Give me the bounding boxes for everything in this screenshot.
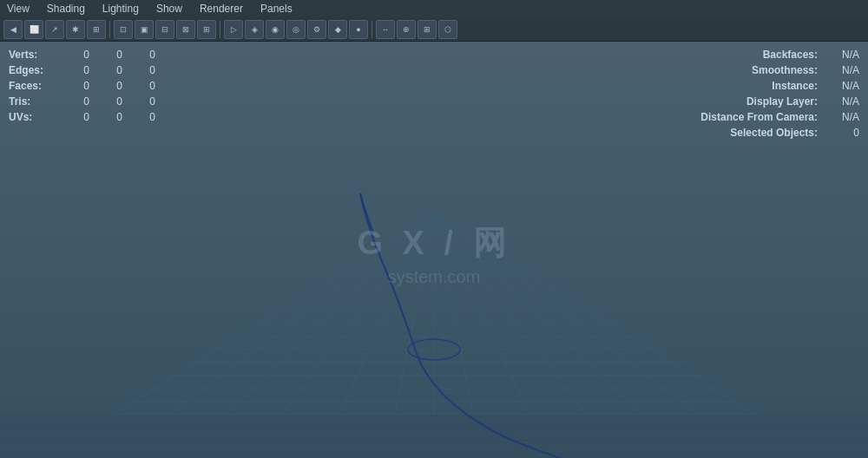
toolbar-rot-btn[interactable]: ✱ <box>66 20 85 39</box>
stat-label-display-layer: Display Layer: <box>746 95 818 108</box>
menu-lighting[interactable]: Lighting <box>99 3 142 15</box>
toolbar-b13[interactable]: ⬡ <box>438 20 457 39</box>
stat-row-verts: Verts: 0 0 0 <box>9 49 155 61</box>
stat-val-verts-2: 0 <box>96 49 122 61</box>
stat-label-smoothness: Smoothness: <box>752 64 818 76</box>
menu-show[interactable]: Show <box>153 3 186 15</box>
toolbar-sep3 <box>372 21 372 38</box>
stat-label-tris: Tris: <box>9 95 56 108</box>
menu-bar: View Shading Lighting Show Renderer Pane… <box>0 0 868 17</box>
stat-val-uvs-3: 0 <box>129 111 155 123</box>
stat-row-selected: Selected Objects: 0 <box>700 127 859 139</box>
stat-val-uvs-1: 0 <box>63 111 89 123</box>
toolbar-sep2 <box>220 21 220 38</box>
toolbar-b8[interactable]: ◆ <box>328 20 347 39</box>
stat-row-instance: Instance: N/A <box>700 80 859 92</box>
stat-row-faces: Faces: 0 0 0 <box>9 80 155 92</box>
stat-val-faces-1: 0 <box>63 80 89 92</box>
stat-label-selected: Selected Objects: <box>730 127 818 139</box>
svg-text:system.com: system.com <box>388 267 481 286</box>
stat-val-edges-1: 0 <box>63 64 89 76</box>
stat-val-edges-2: 0 <box>96 64 122 76</box>
stat-val-display-layer: N/A <box>825 95 859 108</box>
stat-label-backfaces: Backfaces: <box>763 49 818 61</box>
stat-label-instance: Instance: <box>772 80 818 92</box>
toolbar-flat-btn[interactable]: ▣ <box>135 20 154 39</box>
menu-shading[interactable]: Shading <box>43 3 89 15</box>
menu-view[interactable]: View <box>3 3 33 15</box>
stat-val-smoothness: N/A <box>825 64 859 76</box>
toolbar-scale-btn[interactable]: ⊞ <box>87 20 106 39</box>
toolbar-tex-btn[interactable]: ⊟ <box>155 20 174 39</box>
toolbar-b9[interactable]: ● <box>349 20 368 39</box>
stat-val-verts-3: 0 <box>129 49 155 61</box>
stat-val-tris-2: 0 <box>96 95 122 108</box>
toolbar-b10[interactable]: ↔ <box>376 20 395 39</box>
stat-val-faces-3: 0 <box>129 80 155 92</box>
stat-label-verts: Verts: <box>9 49 56 61</box>
stat-label-distance: Distance From Camera: <box>700 111 818 123</box>
stat-row-edges: Edges: 0 0 0 <box>9 64 155 76</box>
stat-val-uvs-2: 0 <box>96 111 122 123</box>
stat-val-backfaces: N/A <box>825 49 859 61</box>
stat-row-smoothness: Smoothness: N/A <box>700 64 859 76</box>
stat-val-edges-3: 0 <box>129 64 155 76</box>
stat-label-faces: Faces: <box>9 80 56 92</box>
stat-label-uvs: UVs: <box>9 111 56 123</box>
stat-val-distance: N/A <box>825 111 859 123</box>
toolbar-b2[interactable]: ⊞ <box>197 20 216 39</box>
menu-renderer[interactable]: Renderer <box>196 3 247 15</box>
stat-val-instance: N/A <box>825 80 859 92</box>
stat-row-display-layer: Display Layer: N/A <box>700 95 859 108</box>
viewport[interactable]: G X / 网 system.com Verts: 0 0 0 Edges: 0… <box>0 42 868 458</box>
stat-row-tris: Tris: 0 0 0 <box>9 95 155 108</box>
toolbar-move-btn[interactable]: ↗ <box>45 20 64 39</box>
toolbar-b1[interactable]: ⊠ <box>176 20 195 39</box>
stat-val-selected: 0 <box>825 127 859 139</box>
stats-left: Verts: 0 0 0 Edges: 0 0 0 Faces: 0 0 0 T… <box>9 49 155 127</box>
stat-row-distance: Distance From Camera: N/A <box>700 111 859 123</box>
toolbar-b4[interactable]: ◈ <box>245 20 264 39</box>
toolbar: ◀ ⬜ ↗ ✱ ⊞ ⊡ ▣ ⊟ ⊠ ⊞ ▷ ◈ ◉ ◎ ⚙ ◆ ● ↔ ⊕ ⊞ … <box>0 17 868 42</box>
toolbar-wire-btn[interactable]: ⊡ <box>114 20 133 39</box>
svg-text:G X / 网: G X / 网 <box>357 225 510 261</box>
toolbar-sep1 <box>109 21 110 38</box>
toolbar-b5[interactable]: ◉ <box>266 20 285 39</box>
stat-val-tris-3: 0 <box>129 95 155 108</box>
stat-row-backfaces: Backfaces: N/A <box>700 49 859 61</box>
toolbar-b12[interactable]: ⊞ <box>418 20 437 39</box>
toolbar-b3[interactable]: ▷ <box>224 20 243 39</box>
stat-row-uvs: UVs: 0 0 0 <box>9 111 155 123</box>
toolbar-sel-btn[interactable]: ⬜ <box>24 20 43 39</box>
stat-val-verts-1: 0 <box>63 49 89 61</box>
toolbar-b11[interactable]: ⊕ <box>397 20 416 39</box>
svg-rect-30 <box>0 415 868 458</box>
stat-val-faces-2: 0 <box>96 80 122 92</box>
stat-label-edges: Edges: <box>9 64 56 76</box>
stats-right: Backfaces: N/A Smoothness: N/A Instance:… <box>700 49 859 142</box>
stat-val-tris-1: 0 <box>63 95 89 108</box>
toolbar-b6[interactable]: ◎ <box>286 20 306 39</box>
toolbar-cam-btn[interactable]: ◀ <box>3 20 23 39</box>
toolbar-b7[interactable]: ⚙ <box>307 20 326 39</box>
menu-panels[interactable]: Panels <box>257 3 296 15</box>
